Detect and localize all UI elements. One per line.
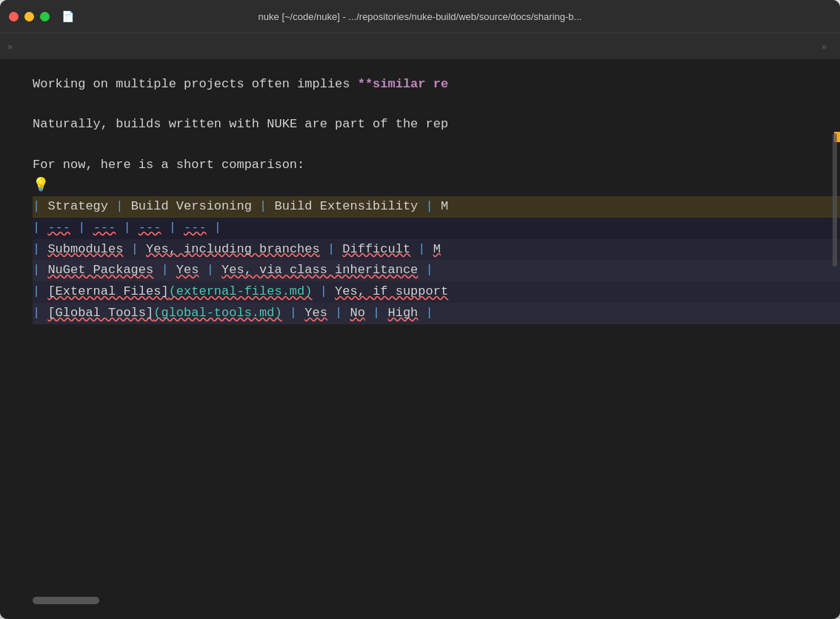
line-3: Naturally, builds written with NUKE are …	[33, 114, 840, 134]
line-3-written: written	[169, 114, 221, 134]
global-tools-link[interactable]: (global-tools.md)	[153, 303, 281, 324]
table-row-external-files: | [External Files](external-files.md) | …	[33, 281, 840, 303]
line-3-builds: builds	[116, 114, 161, 134]
line-1-text-1: Working on multiple projects	[33, 74, 252, 94]
editor-area: Working on multiple projects often impli…	[0, 59, 840, 597]
separator-dash-1: ---	[47, 218, 70, 239]
line-3-text: Naturally,	[33, 114, 116, 134]
horizontal-scrollbar[interactable]	[33, 597, 99, 604]
minimize-button[interactable]	[24, 12, 34, 21]
title-bar: 📄 nuke [~/code/nuke] - .../repositories/…	[0, 0, 840, 33]
table-row-submodules: | Submodules | Yes, including branches |…	[33, 239, 840, 261]
line-1: Working on multiple projects often impli…	[33, 74, 840, 94]
separator-dash-4: ---	[184, 218, 207, 239]
tab-arrow-left[interactable]: »	[7, 41, 13, 52]
separator-dash-2: ---	[93, 218, 116, 239]
line-5: For now, here is a short comparison:	[33, 155, 840, 175]
line-empty-1	[33, 94, 840, 114]
file-icon: 📄	[61, 10, 74, 22]
tab-bar: » »	[0, 33, 840, 59]
line-5-text: For now, here is a short comparison:	[33, 155, 304, 175]
lightbulb-icon: 💡	[33, 175, 49, 196]
close-button[interactable]	[9, 12, 19, 21]
table-row-nuget: | NuGet Packages | Yes | Yes, via class …	[33, 260, 840, 281]
scrollbar[interactable]	[833, 133, 837, 267]
terminal-window: 📄 nuke [~/code/nuke] - .../repositories/…	[0, 0, 840, 619]
table-row-global-tools: | [Global Tools](global-tools.md) | Yes …	[33, 303, 840, 324]
line-emoji: 💡	[33, 175, 840, 196]
bottom-bar	[0, 597, 840, 619]
maximize-button[interactable]	[40, 12, 50, 21]
table-header-row: | Strategy | Build Versioning | Build Ex…	[33, 196, 840, 218]
editor-content: Working on multiple projects often impli…	[0, 59, 840, 597]
line-1-bold: **similar re	[358, 74, 448, 94]
line-empty-2	[33, 135, 840, 155]
tab-arrow-right[interactable]: »	[821, 41, 827, 52]
separator-dash-3: ---	[139, 218, 161, 239]
external-files-link[interactable]: (external-files.md)	[169, 281, 313, 303]
traffic-lights	[9, 12, 50, 21]
window-title: nuke [~/code/nuke] - .../repositories/nu…	[259, 11, 582, 22]
table-separator-row: | --- | --- | --- | --- |	[33, 218, 840, 239]
